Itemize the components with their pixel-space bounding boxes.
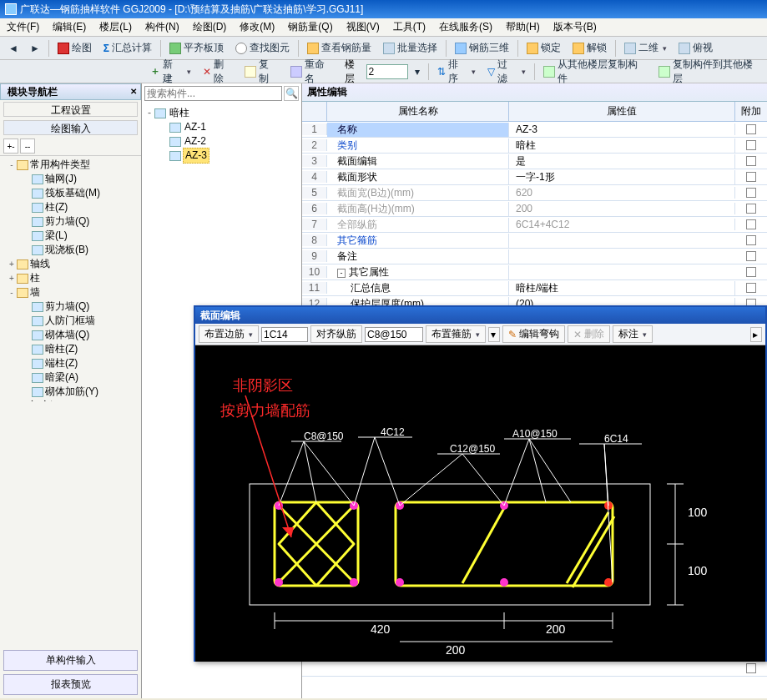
- menu-edit[interactable]: 编辑(E): [46, 20, 93, 34]
- nav-fwd-button[interactable]: ►: [25, 41, 45, 56]
- extra-checkbox[interactable]: [746, 156, 756, 166]
- tree-node[interactable]: 砌体墙(Q): [2, 328, 139, 342]
- extra-checkbox[interactable]: [746, 124, 756, 134]
- tree-node[interactable]: 暗梁(A): [2, 370, 139, 385]
- tree-node[interactable]: 暗柱(Z): [2, 342, 139, 356]
- copy-to-floor-button[interactable]: 复制构件到其他楼层: [653, 56, 767, 88]
- component-item[interactable]: AZ-2: [144, 134, 299, 149]
- property-row[interactable]: 2类别暗柱: [302, 138, 767, 154]
- component-item[interactable]: AZ-1: [144, 120, 299, 134]
- sum-button[interactable]: Σ 汇总计算: [98, 39, 157, 57]
- property-value[interactable]: 一字-1形: [509, 170, 735, 184]
- menu-file[interactable]: 文件(F): [0, 20, 46, 34]
- property-value[interactable]: 暗柱/端柱: [509, 281, 735, 295]
- tree-twisty[interactable]: +: [7, 271, 17, 285]
- expand-all-button[interactable]: +-: [3, 138, 18, 154]
- property-value[interactable]: 暗柱: [509, 138, 735, 153]
- menu-draw[interactable]: 绘图(D): [186, 20, 234, 34]
- property-row[interactable]: 1名称AZ-3: [302, 122, 767, 138]
- place-stirrup-button[interactable]: 布置箍筋: [426, 325, 486, 343]
- view-rebar-button[interactable]: 查看钢筋量: [302, 39, 376, 57]
- extra-checkbox[interactable]: [746, 283, 756, 293]
- property-row[interactable]: 4截面形状一字-1形: [302, 169, 767, 185]
- floor-input[interactable]: [366, 64, 408, 79]
- batch-select-button[interactable]: 批量选择: [378, 39, 442, 57]
- extra-checkbox[interactable]: [746, 204, 756, 214]
- tree-node[interactable]: 轴网(J): [2, 172, 139, 186]
- tree-twisty[interactable]: -: [144, 106, 154, 120]
- property-row[interactable]: [302, 661, 767, 677]
- property-value[interactable]: 是: [509, 154, 735, 169]
- property-row[interactable]: 3截面编辑是: [302, 154, 767, 169]
- collapse-all-button[interactable]: --: [20, 138, 35, 154]
- component-root[interactable]: -暗柱: [144, 106, 299, 120]
- property-value[interactable]: 200: [509, 203, 735, 214]
- find-elem-button[interactable]: 查找图元: [230, 39, 295, 57]
- extra-checkbox[interactable]: [746, 172, 756, 182]
- menu-help[interactable]: 帮助(H): [499, 20, 547, 34]
- tree-node[interactable]: 现浇板(B): [2, 243, 139, 257]
- tree-twisty[interactable]: -: [7, 285, 17, 300]
- dialog-title[interactable]: 截面编辑: [195, 307, 765, 324]
- copy-button[interactable]: 复制: [240, 56, 284, 88]
- edge-rebar-input[interactable]: [261, 327, 308, 342]
- tree-node[interactable]: -常用构件类型: [2, 158, 139, 172]
- tree-node[interactable]: 筏板基础(M): [2, 186, 139, 200]
- property-row[interactable]: 5截面宽(B边)(mm)620: [302, 185, 767, 201]
- rename-button[interactable]: 重命名: [285, 56, 340, 88]
- search-button[interactable]: 🔍: [284, 86, 299, 101]
- menu-online[interactable]: 在线服务(S): [432, 20, 499, 34]
- filter-button[interactable]: ▽过滤: [482, 56, 531, 88]
- component-item[interactable]: AZ-3: [144, 149, 299, 163]
- extra-checkbox[interactable]: [746, 140, 756, 150]
- delete-button[interactable]: ✕ 删除: [198, 56, 239, 88]
- tree-twisty[interactable]: -: [7, 158, 17, 172]
- flat-top-button[interactable]: 平齐板顶: [164, 39, 229, 57]
- menu-view[interactable]: 视图(V): [340, 20, 386, 34]
- extra-checkbox[interactable]: [746, 267, 756, 277]
- property-value[interactable]: 620: [509, 187, 735, 199]
- tree-node[interactable]: 端柱(Z): [2, 356, 139, 370]
- single-component-input-button[interactable]: 单构件输入: [3, 650, 138, 671]
- align-rebar-button[interactable]: 对齐纵筋: [310, 325, 362, 343]
- property-row[interactable]: 8其它箍筋: [302, 233, 767, 249]
- menu-version[interactable]: 版本号(B): [547, 20, 603, 34]
- extra-checkbox[interactable]: [746, 219, 756, 229]
- lock-button[interactable]: 锁定: [522, 39, 566, 57]
- tree-node[interactable]: 人防门框墙: [2, 314, 139, 328]
- nav-tab-project-settings[interactable]: 工程设置: [3, 102, 138, 117]
- 2d-dropdown[interactable]: 二维: [619, 39, 672, 57]
- stirrup-dropdown[interactable]: ▾: [488, 327, 500, 342]
- copy-from-floor-button[interactable]: 从其他楼层复制构件: [538, 56, 652, 88]
- extra-checkbox[interactable]: [746, 251, 756, 261]
- sort-button[interactable]: ⇅排序: [432, 56, 482, 88]
- rebar-3d-button[interactable]: 钢筋三维: [450, 39, 514, 57]
- property-row[interactable]: 11汇总信息暗柱/端柱: [302, 280, 767, 296]
- property-row[interactable]: 10-其它属性: [302, 264, 767, 280]
- dialog-menu-button[interactable]: ▸: [750, 327, 762, 342]
- section-canvas[interactable]: 非阴影区 按剪力墙配筋 C8@150 4C12 C12@150 A10@150 …: [195, 345, 765, 662]
- extra-checkbox[interactable]: [746, 235, 756, 245]
- place-edge-rebar-button[interactable]: 布置边筋: [199, 325, 259, 343]
- delete-button[interactable]: ✕删除: [568, 325, 610, 343]
- floor-dropdown[interactable]: ▾: [410, 64, 425, 79]
- edit-hook-button[interactable]: ✎编辑弯钩: [502, 325, 565, 343]
- draw-button[interactable]: 绘图: [53, 39, 97, 57]
- property-value[interactable]: 6C14+4C12: [509, 219, 735, 230]
- search-input[interactable]: [144, 86, 282, 101]
- menu-modify[interactable]: 修改(M): [233, 20, 281, 34]
- extra-checkbox[interactable]: [746, 663, 756, 673]
- menu-rebar[interactable]: 钢筋量(Q): [281, 20, 339, 34]
- top-view-button[interactable]: 俯视: [674, 39, 718, 57]
- property-row[interactable]: 7全部纵筋6C14+4C12: [302, 217, 767, 233]
- tree-node[interactable]: 剪力墙(Q): [2, 214, 139, 229]
- annotate-button[interactable]: 标注: [613, 325, 653, 343]
- align-rebar-input[interactable]: [365, 327, 423, 342]
- property-row[interactable]: 9备注: [302, 249, 767, 264]
- tree-twisty[interactable]: +: [7, 257, 17, 271]
- unlock-button[interactable]: 解锁: [568, 39, 612, 57]
- new-button[interactable]: ＋新建: [145, 56, 196, 88]
- property-row[interactable]: 6截面高(H边)(mm)200: [302, 201, 767, 217]
- nav-back-button[interactable]: ◄: [3, 41, 23, 56]
- pin-icon[interactable]: ✕: [130, 83, 137, 100]
